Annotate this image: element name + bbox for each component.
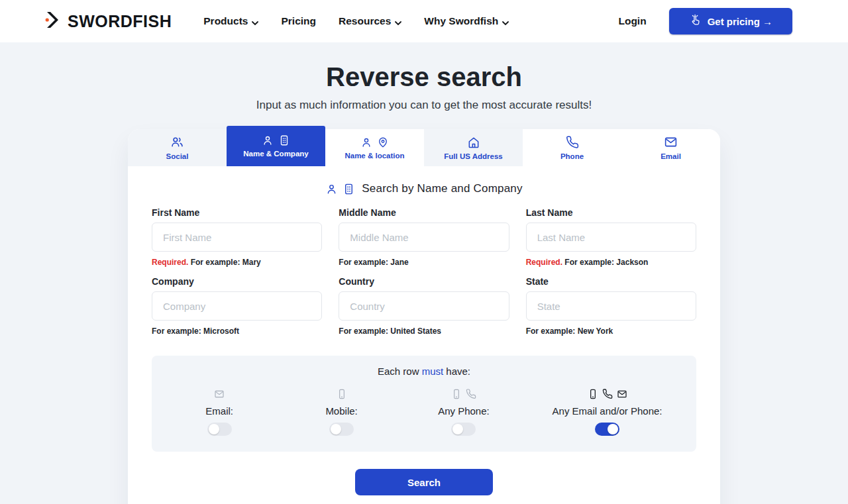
toggle-knob	[209, 424, 219, 434]
phone-icon	[566, 136, 579, 149]
field-helper: Required. For example: Jackson	[526, 258, 696, 267]
option-email: Email:	[158, 389, 280, 436]
option-any-email-phone: Any Email and/or Phone:	[525, 389, 690, 436]
get-pricing-label: Get pricing →	[708, 16, 772, 27]
field-label: Country	[339, 276, 509, 287]
top-nav-bar: SWORDFISH Products Pricing Resources Why…	[0, 0, 848, 42]
click-hand-icon	[689, 14, 702, 28]
mobile-toggle[interactable]	[329, 423, 354, 436]
chevron-down-icon	[502, 16, 509, 28]
tab-name-company[interactable]: Name & Company	[227, 126, 325, 166]
option-label: Any Phone:	[438, 405, 490, 417]
any-email-phone-toggle[interactable]	[595, 423, 619, 436]
state-input[interactable]	[526, 291, 696, 321]
section-title: Search by Name and Company	[362, 182, 522, 195]
middle-name-field: Middle Name For example: Jane	[339, 207, 509, 267]
field-label: First Name	[152, 207, 322, 218]
page-subtitle: Input as much information you can to get…	[0, 99, 848, 112]
logo-wordmark: SWORDFISH	[68, 12, 172, 31]
field-helper: For example: Jane	[339, 258, 509, 267]
middle-name-input[interactable]	[339, 223, 509, 252]
hero-section: Reverse search Input as much information…	[0, 42, 848, 112]
field-helper: For example: United States	[339, 327, 509, 336]
reverse-search-card: Social Name & Company	[128, 129, 720, 504]
person-building-icon	[325, 183, 355, 195]
search-button[interactable]: Search	[355, 469, 493, 495]
section-header: Search by Name and Company	[128, 182, 720, 195]
tab-label: Full US Address	[444, 152, 502, 160]
person-building-icon	[262, 134, 290, 146]
swordfish-logo-icon	[45, 11, 62, 31]
any-phone-toggle[interactable]	[451, 423, 476, 436]
option-mobile: Mobile:	[280, 389, 402, 436]
option-label: Any Email and/or Phone:	[553, 405, 662, 417]
tab-label: Name & Company	[243, 150, 308, 158]
tab-phone[interactable]: Phone	[523, 129, 621, 166]
tab-label: Social	[166, 152, 189, 160]
field-label: Last Name	[526, 207, 696, 218]
header-right: Login Get pricing →	[618, 8, 792, 34]
mobile-phone-envelope-icons	[588, 389, 627, 399]
country-field: Country For example: United States	[339, 276, 509, 336]
must-emphasis: must	[422, 366, 444, 377]
required-flag: Required.	[526, 258, 562, 267]
state-field: State For example: New York	[526, 276, 696, 336]
first-name-field: First Name Required. For example: Mary	[152, 207, 322, 267]
nav-item-products[interactable]: Products	[203, 15, 258, 28]
swordfish-logo[interactable]: SWORDFISH	[45, 11, 172, 31]
tab-email[interactable]: Email	[621, 129, 720, 166]
mobile-phone-icons	[451, 389, 476, 399]
first-name-input[interactable]	[152, 223, 322, 252]
tab-full-us-address[interactable]: Full US Address	[424, 129, 523, 166]
search-form: First Name Required. For example: Mary M…	[128, 195, 720, 336]
tab-name-location[interactable]: Name & location	[325, 129, 424, 166]
users-icon	[170, 135, 184, 149]
nav-item-why-swordfish[interactable]: Why Swordfish	[424, 15, 509, 28]
option-any-phone: Any Phone:	[403, 389, 525, 436]
search-type-tabs: Social Name & Company	[128, 129, 720, 166]
field-helper: For example: Microsoft	[152, 327, 322, 336]
page-title: Reverse search	[0, 62, 848, 92]
toggle-knob	[452, 424, 463, 434]
company-input[interactable]	[152, 291, 322, 321]
nav-item-resources[interactable]: Resources	[339, 15, 401, 28]
toggle-knob	[331, 424, 341, 434]
mobile-icon	[337, 389, 347, 399]
person-pin-icon	[360, 136, 389, 148]
get-pricing-button[interactable]: Get pricing →	[669, 8, 792, 34]
tab-label: Email	[661, 152, 681, 160]
last-name-input[interactable]	[526, 223, 696, 252]
nav-item-pricing[interactable]: Pricing	[281, 15, 316, 27]
required-flag: Required.	[152, 258, 188, 267]
toggle-knob	[608, 424, 618, 434]
tab-social[interactable]: Social	[128, 129, 227, 166]
company-field: Company For example: Microsoft	[152, 276, 322, 336]
envelope-icon	[664, 135, 678, 149]
row-requirements-panel: Each row must have: Email: Mobile:	[152, 356, 696, 452]
chevron-down-icon	[252, 16, 258, 28]
field-label: State	[526, 276, 696, 287]
option-label: Email:	[205, 405, 233, 417]
field-label: Company	[152, 276, 322, 287]
field-helper: Required. For example: Mary	[152, 258, 322, 267]
requirement-options: Email: Mobile: Any Phone:	[158, 389, 690, 436]
main-nav: Products Pricing Resources Why Swordfish	[203, 15, 509, 28]
field-helper: For example: New York	[526, 327, 696, 336]
envelope-icon	[214, 389, 225, 399]
home-icon	[467, 136, 480, 149]
email-toggle[interactable]	[207, 423, 232, 436]
tab-label: Phone	[560, 152, 584, 160]
last-name-field: Last Name Required. For example: Jackson	[526, 207, 696, 267]
field-label: Middle Name	[339, 207, 509, 218]
option-label: Mobile:	[325, 405, 357, 417]
chevron-down-icon	[395, 16, 401, 28]
login-link[interactable]: Login	[618, 15, 646, 27]
country-input[interactable]	[339, 291, 509, 321]
panel-title: Each row must have:	[158, 366, 690, 377]
search-actions: Search 1 credit per search - no match, n…	[128, 452, 720, 504]
tab-label: Name & location	[344, 152, 404, 160]
